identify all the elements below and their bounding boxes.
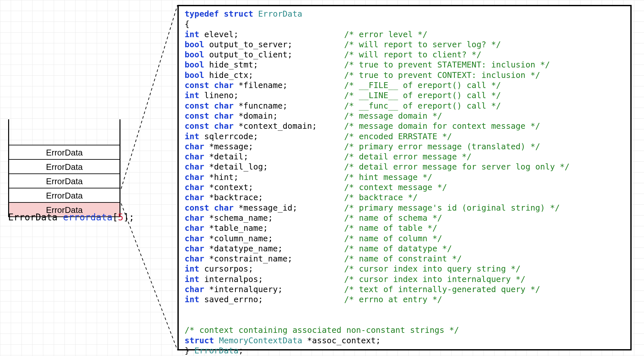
struct-name: ErrorData bbox=[258, 9, 302, 19]
stack-leading-space bbox=[8, 119, 120, 145]
stack-row: ErrorData bbox=[8, 174, 120, 188]
close-semi: ; bbox=[239, 346, 244, 355]
assoc-context-comment: /* context containing associated non-con… bbox=[185, 325, 459, 335]
kw-typedef: typedef bbox=[185, 9, 219, 19]
decl-type: ErrorData bbox=[8, 212, 58, 223]
stack-row: ErrorData bbox=[8, 145, 120, 160]
struct-definition-code: typedef struct ErrorData { int elevel;/*… bbox=[177, 5, 632, 350]
stack-row: ErrorData bbox=[8, 160, 120, 174]
kw-struct: struct bbox=[224, 9, 253, 19]
decl-bracket-close: ]; bbox=[123, 212, 134, 223]
kw-struct2: struct bbox=[185, 336, 214, 345]
array-declaration: ErrorData errordata[5]; bbox=[8, 212, 134, 223]
close-brace: } bbox=[185, 346, 189, 355]
struct-fields: int elevel;/* error level */ bool output… bbox=[185, 29, 624, 315]
errordata-stack: ErrorData ErrorData ErrorData ErrorData … bbox=[8, 119, 120, 217]
decl-index: 5 bbox=[118, 212, 123, 223]
assoc-rest: *assoc_context; bbox=[302, 336, 381, 345]
decl-bracket-open: [ bbox=[112, 212, 118, 223]
decl-var: errordata bbox=[63, 212, 113, 223]
close-name: ErrorData bbox=[189, 346, 239, 355]
stack-row: ErrorData bbox=[8, 188, 120, 203]
open-brace: { bbox=[185, 19, 189, 29]
assoc-struct-name: MemoryContextData bbox=[219, 336, 302, 345]
